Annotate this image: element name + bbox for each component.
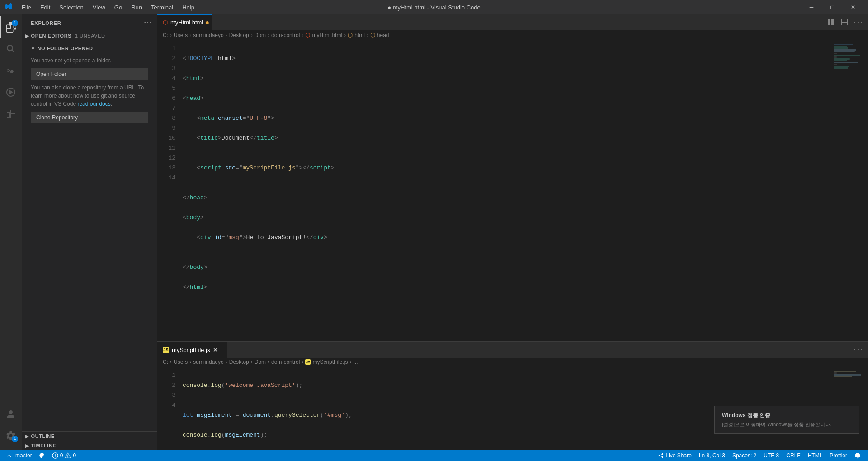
timeline-section[interactable]: ▶ TIMELINE [22,441,157,450]
source-control-activity-icon[interactable] [0,60,22,81]
menu-run[interactable]: Run [127,2,146,13]
toggle-panel-button[interactable] [838,16,851,28]
no-folder-description: You have not yet opened a folder. [31,56,148,65]
language-mode[interactable]: HTML [804,450,826,461]
more-actions-button[interactable]: ··· [852,16,864,28]
sidebar-more-button[interactable]: ··· [144,18,152,28]
sidebar-header: EXPLORER ··· [22,14,157,31]
script-tabs-actions: ··· [852,343,868,356]
tab-unsaved-dot: ● [205,19,210,27]
tab-myscript-close[interactable]: ✕ [213,347,218,353]
html-code-lines[interactable]: <!DOCTYPE html> <html> <head> <meta char… [179,40,832,341]
outline-arrow: ▶ [25,434,29,439]
settings-badge: 1 [12,436,18,442]
open-folder-button[interactable]: Open Folder [31,68,148,80]
no-folder-section: ▼ NO FOLDER OPENED You have not yet open… [22,40,157,131]
clone-repository-button[interactable]: Clone Repository [31,112,148,123]
run-debug-activity-icon[interactable] [0,81,22,103]
menu-bar: File Edit Selection View Go Run Terminal… [17,2,199,13]
script-bc-filename[interactable]: myScriptFile.js [312,359,348,365]
split-editor-button[interactable] [825,16,837,28]
vscode-logo [5,2,13,13]
branch-status[interactable]: master [4,450,36,461]
script-more-actions[interactable]: ··· [852,343,864,356]
formatter[interactable]: Prettier [826,450,851,461]
menu-go[interactable]: Go [110,2,127,13]
explorer-activity-icon[interactable]: 1 [0,16,22,38]
open-editors-label: OPEN EDITORS [31,33,72,38]
script-bc-dom[interactable]: Dom [255,359,266,365]
line-ending[interactable]: CRLF [783,450,804,461]
errors-warnings[interactable]: 0 0 [48,450,80,461]
breadcrumb-desktop[interactable]: Desktop [229,32,249,38]
script-bc-js-icon: JS [305,359,311,365]
menu-help[interactable]: Help [178,2,199,13]
tab-myhtml-label: myHtml.html [170,19,203,26]
svg-point-2 [55,456,56,457]
cursor-position[interactable]: Ln 8, Col 3 [695,450,729,461]
tab-myscript[interactable]: JS myScriptFile.js ✕ [157,342,227,358]
breadcrumb-html-icon: ⬡ [305,32,310,38]
open-editors-header[interactable]: ▶ OPEN EDITORS 1 UNSAVED [22,31,157,40]
ln-col: Ln 8, Col 3 [699,452,725,459]
menu-view[interactable]: View [88,2,110,13]
breadcrumb-dom-control[interactable]: dom-control [271,32,300,38]
no-folder-label: NO FOLDER OPENED [37,46,93,51]
search-activity-icon[interactable] [0,38,22,60]
outline-section[interactable]: ▶ OUTLINE [22,431,157,441]
svg-point-4 [68,457,68,457]
breadcrumb-head-elem-icon: ⬡ [370,32,375,38]
no-folder-header[interactable]: ▼ NO FOLDER OPENED [31,44,148,53]
script-bc-users[interactable]: Users [174,359,188,365]
app-body: 1 [0,14,868,450]
read-docs-link[interactable]: read our docs [77,101,110,107]
menu-edit[interactable]: Edit [36,2,55,13]
indentation[interactable]: Spaces: 2 [729,450,760,461]
settings-activity-icon[interactable]: 1 [0,425,22,447]
tab-myhtml[interactable]: ⬡ myHtml.html ● [157,14,212,30]
breadcrumb-user[interactable]: sumiindaeyo [193,32,223,38]
encoding[interactable]: UTF-8 [760,450,783,461]
activity-bar: 1 [0,14,22,450]
tabs-actions: ··· [825,16,868,28]
editor-area: ⬡ myHtml.html ● ··· C: [157,14,868,450]
close-button[interactable]: ✕ [843,0,863,14]
breadcrumb-dom[interactable]: Dom [255,32,266,38]
breadcrumb-drive[interactable]: C: [163,32,168,38]
menu-file[interactable]: File [17,2,36,13]
maximize-button[interactable]: ◻ [822,0,843,14]
explorer-title: EXPLORER [31,20,61,26]
script-bc-domcontrol[interactable]: dom-control [271,359,300,365]
status-bar-left: master 0 0 [4,450,80,461]
script-bc-more[interactable]: ... [353,359,358,365]
menu-terminal[interactable]: Terminal [146,2,178,13]
status-bar: master 0 0 [0,450,868,461]
extensions-activity-icon[interactable] [0,103,22,125]
formatter-label: Prettier [830,452,847,459]
svg-point-5 [658,455,660,456]
title-bar-left: File Edit Selection View Go Run Terminal… [5,2,199,13]
menu-selection[interactable]: Selection [55,2,88,13]
live-share-status[interactable]: Live Share [654,450,695,461]
sync-status[interactable] [36,450,48,461]
crlf-label: CRLF [786,452,800,459]
open-editors-section: ▶ OPEN EDITORS 1 UNSAVED [22,31,157,40]
minimize-button[interactable]: ─ [801,0,822,14]
auth-popup: Windows 정품 인증 [설정]으로 이동하여 Windows를 정품 인증… [714,406,859,434]
svg-line-8 [660,454,662,455]
html-tab-icon: ⬡ [163,19,168,26]
notifications[interactable] [851,450,864,461]
script-bc-user[interactable]: sumiindaeyo [193,359,223,365]
live-share-label: Live Share [666,452,692,459]
breadcrumb-users[interactable]: Users [174,32,188,38]
script-bc-drive[interactable]: C: [163,359,168,365]
unsaved-count: 1 UNSAVED [75,33,105,38]
breadcrumb-filename[interactable]: myHtml.html [312,32,342,38]
sidebar: EXPLORER ··· ▶ OPEN EDITORS 1 UNSAVED ▼ … [22,14,157,450]
script-bc-desktop[interactable]: Desktop [229,359,249,365]
account-activity-icon[interactable] [0,403,22,425]
editor-split: 12345 678910 11121314 <!DOCTYPE html> <h… [157,40,868,450]
breadcrumb-head-tag[interactable]: head [377,32,389,38]
breadcrumb-html-tag[interactable]: html [354,32,365,38]
auth-popup-title: Windows 정품 인증 [722,412,851,419]
